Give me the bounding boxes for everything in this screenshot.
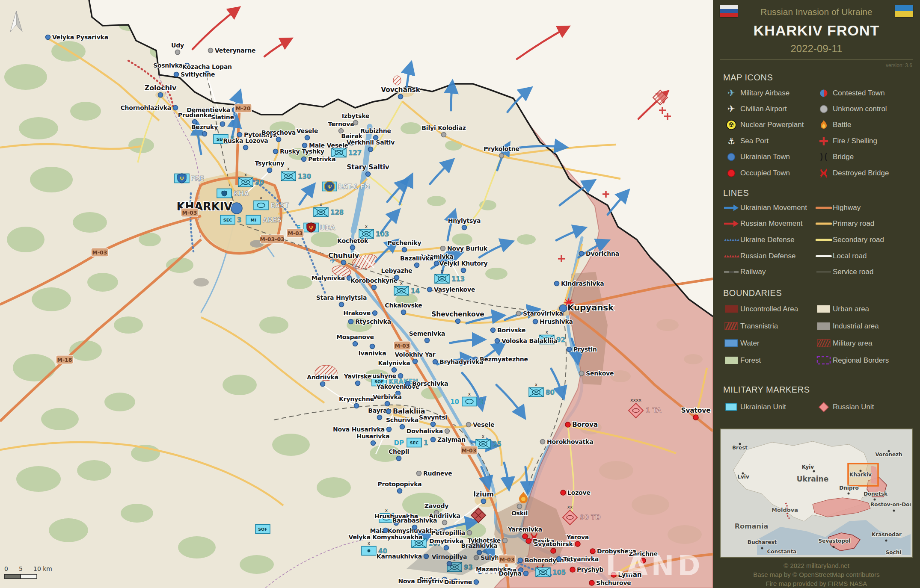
occupied-town-icon <box>723 167 739 179</box>
town-dot <box>524 571 528 576</box>
svg-text:x: x <box>546 330 548 334</box>
svg-text:90 TD: 90 TD <box>580 514 601 521</box>
town-dot <box>276 137 281 142</box>
town-dot <box>398 95 403 99</box>
town-label: Stara Hnylytsia <box>316 294 367 301</box>
svg-text:UDA: UDA <box>320 224 335 232</box>
legend-item-label: Military area <box>833 339 913 348</box>
town-label: Dmytrivka <box>429 538 463 544</box>
town-dot <box>372 285 377 290</box>
svg-text:M-03: M-03 <box>182 210 197 216</box>
town-dot <box>579 371 584 376</box>
svg-text:x: x <box>244 172 247 177</box>
town-dot <box>395 275 399 280</box>
town-label: Mala Komyshuvakha <box>370 527 438 534</box>
svg-text:SEC: SEC <box>223 218 232 222</box>
legend-item-label: Fire / Shelling <box>833 137 913 145</box>
town-label: Vasylenkove <box>434 286 475 293</box>
legend-item-label: Water <box>740 339 816 348</box>
legend-item-label: Regional Borders <box>833 356 913 365</box>
town-dot <box>354 404 359 408</box>
town-dot <box>413 359 418 364</box>
town-dot <box>590 549 595 554</box>
legend-item-label: Secondary road <box>833 236 913 244</box>
svg-text:105: 105 <box>552 569 566 576</box>
town-label: Borivske <box>497 327 525 334</box>
town-dot <box>377 415 382 420</box>
military-markers-heading: MILITARY MARKERS <box>723 385 810 395</box>
nuclear-icon: ☢ <box>723 119 739 131</box>
map-canvas: ✈SEC5x30KHAxEASTSEC3MIARESΨBAT-1 FGΨUDA5… <box>0 0 713 588</box>
copyright-line: © 2022 militaryland.net <box>713 561 920 570</box>
legend-item-label: Highway <box>833 204 913 212</box>
industrial-area-icon <box>816 320 832 332</box>
town-label: Borova <box>572 421 598 428</box>
svg-text:10: 10 <box>450 398 459 406</box>
town-label: Velyka Pysarivka <box>52 34 108 41</box>
legend-item-label: Contested Town <box>833 89 913 98</box>
town-label: Lebyazhe <box>381 267 412 274</box>
town-label: Yaremivka <box>507 526 542 533</box>
airbase-icon: ✈ <box>723 87 739 99</box>
town-dot <box>387 427 392 432</box>
town-dot <box>433 360 438 364</box>
svg-text:130: 130 <box>298 173 311 180</box>
town-label: Svatove <box>681 407 710 414</box>
town-label: Horokhovatka <box>547 438 593 445</box>
kharkiv-front-map-screenshot: ✈SEC5x30KHAxEASTSEC3MIARESΨBAT-1 FGΨUDA5… <box>0 0 920 588</box>
svg-text:Kharkiv: Kharkiv <box>849 472 872 478</box>
town-dot <box>431 422 436 427</box>
town-dot <box>220 122 225 127</box>
town-label: Vesele <box>297 127 318 134</box>
urban-area-icon <box>816 303 832 315</box>
boundaries-grid: Uncontrolled AreaUrban areaTransnistriaI… <box>723 301 913 369</box>
svg-text:113: 113 <box>451 275 465 283</box>
svg-text:✈: ✈ <box>727 88 735 98</box>
town-label: Dovhalivka <box>407 428 443 434</box>
town-dot <box>551 548 556 553</box>
town-dot <box>491 328 496 333</box>
town-dot <box>522 534 528 539</box>
town-label: Izbytske <box>342 112 369 119</box>
seaport-icon: ⚓ <box>723 135 739 147</box>
town-label: Yavirske <box>344 373 371 380</box>
legend-item-label: Russian Movement <box>740 219 816 228</box>
legend-item-label: Unknown control <box>833 105 913 113</box>
town-label: Bryhadyrivka <box>439 358 483 365</box>
uncontrolled-area-icon <box>723 303 739 315</box>
rus-movement-icon <box>723 218 739 230</box>
legend-item-label: Railway <box>740 268 816 276</box>
svg-text:Sevastopol: Sevastopol <box>819 538 851 544</box>
bridge-icon <box>816 151 832 163</box>
town-dot <box>413 525 417 530</box>
town-label: Pecheniky <box>388 239 421 246</box>
town-label: Petrivka <box>308 156 335 163</box>
main-map: ✈SEC5x30KHAxEASTSEC3MIARESΨBAT-1 FGΨUDA5… <box>0 0 713 588</box>
town-dot <box>368 147 373 152</box>
watermark-text: LAND <box>606 550 704 582</box>
town-label: Oskil <box>511 510 528 517</box>
town-label: Protopopivka <box>377 481 421 488</box>
town-label: Verkhnii Saltiv <box>347 139 395 146</box>
town-dot <box>466 423 471 427</box>
town-label: Ruska Lozova <box>223 137 268 144</box>
town-label: Rusky Tyshky <box>280 148 324 155</box>
town-dot <box>353 121 358 125</box>
town-dot <box>431 437 436 442</box>
svg-text:Ukraine: Ukraine <box>797 475 828 483</box>
svg-text:Constanta: Constanta <box>767 549 797 555</box>
water-icon <box>723 337 739 349</box>
ukrainian-unit-marker: ΨFRE <box>175 174 204 183</box>
copyright-line: Base map by © OpenStreetMap contributors <box>713 570 920 579</box>
town-label: Karnaukhivka <box>377 553 422 560</box>
town-label: Verbivka <box>373 393 402 400</box>
town-dot <box>303 143 307 148</box>
svg-text:x: x <box>535 382 537 387</box>
legend-item-label: Battle <box>833 121 913 129</box>
town-label: Prykolotne <box>484 145 519 152</box>
svg-text:x: x <box>482 434 484 439</box>
town-dot <box>385 402 390 406</box>
svg-text:BAT-1 FG: BAT-1 FG <box>338 183 370 191</box>
town-dot <box>173 106 178 110</box>
ukrainian-unit-icon <box>723 401 739 413</box>
